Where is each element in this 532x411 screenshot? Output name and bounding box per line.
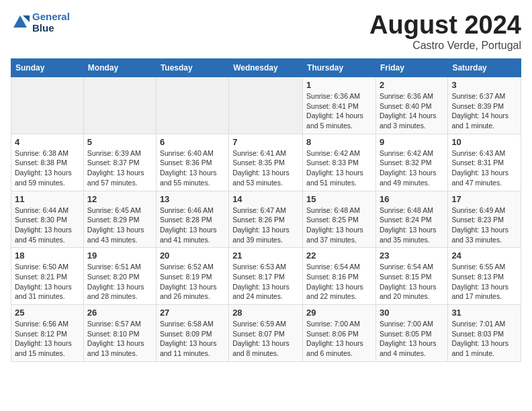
- calendar-cell: 11Sunrise: 6:44 AMSunset: 8:30 PMDayligh…: [11, 191, 84, 248]
- cell-content: Sunrise: 6:43 AMSunset: 8:31 PMDaylight:…: [451, 148, 517, 188]
- calendar-cell: [83, 77, 156, 134]
- cell-content: Sunrise: 6:36 AMSunset: 8:41 PMDaylight:…: [306, 91, 372, 131]
- day-number: 15: [306, 194, 372, 204]
- calendar-header-row: SundayMondayTuesdayWednesdayThursdayFrid…: [11, 59, 521, 77]
- cell-content: Sunrise: 6:54 AMSunset: 8:15 PMDaylight:…: [380, 262, 444, 302]
- calendar-cell: 26Sunrise: 6:57 AMSunset: 8:10 PMDayligh…: [83, 305, 156, 362]
- day-number: 14: [232, 194, 299, 204]
- calendar-cell: 4Sunrise: 6:38 AMSunset: 8:38 PMDaylight…: [11, 134, 84, 191]
- calendar-cell: 9Sunrise: 6:42 AMSunset: 8:32 PMDaylight…: [375, 134, 447, 191]
- calendar-cell: 20Sunrise: 6:52 AMSunset: 8:19 PMDayligh…: [156, 248, 228, 305]
- cell-content: Sunrise: 6:48 AMSunset: 8:24 PMDaylight:…: [380, 205, 444, 245]
- calendar-cell: 31Sunrise: 7:01 AMSunset: 8:03 PMDayligh…: [448, 305, 521, 362]
- cell-content: Sunrise: 6:45 AMSunset: 8:29 PMDaylight:…: [87, 205, 152, 245]
- day-number: 31: [451, 308, 517, 318]
- day-number: 13: [160, 194, 225, 204]
- cell-content: Sunrise: 6:55 AMSunset: 8:13 PMDaylight:…: [451, 262, 517, 302]
- day-number: 5: [87, 137, 152, 147]
- column-header-sunday: Sunday: [11, 59, 84, 77]
- logo-icon: [11, 13, 30, 32]
- column-header-wednesday: Wednesday: [229, 59, 303, 77]
- cell-content: Sunrise: 6:41 AMSunset: 8:35 PMDaylight:…: [232, 148, 299, 188]
- day-number: 18: [15, 250, 80, 261]
- day-number: 20: [160, 250, 225, 261]
- day-number: 25: [15, 308, 80, 318]
- cell-content: Sunrise: 6:49 AMSunset: 8:23 PMDaylight:…: [451, 205, 517, 245]
- calendar-cell: 2Sunrise: 6:36 AMSunset: 8:40 PMDaylight…: [375, 77, 447, 134]
- calendar-cell: 3Sunrise: 6:37 AMSunset: 8:39 PMDaylight…: [448, 77, 521, 134]
- cell-content: Sunrise: 6:48 AMSunset: 8:25 PMDaylight:…: [306, 205, 372, 245]
- day-number: 27: [160, 308, 225, 318]
- calendar-cell: 23Sunrise: 6:54 AMSunset: 8:15 PMDayligh…: [375, 248, 447, 305]
- day-number: 22: [306, 250, 372, 261]
- day-number: 26: [87, 308, 152, 318]
- day-number: 17: [451, 194, 517, 204]
- month-title: August 2024: [369, 11, 521, 40]
- cell-content: Sunrise: 6:59 AMSunset: 8:07 PMDaylight:…: [232, 319, 299, 359]
- calendar-cell: 1Sunrise: 6:36 AMSunset: 8:41 PMDaylight…: [303, 77, 376, 134]
- calendar-cell: 24Sunrise: 6:55 AMSunset: 8:13 PMDayligh…: [448, 248, 521, 305]
- calendar-cell: 25Sunrise: 6:56 AMSunset: 8:12 PMDayligh…: [11, 305, 84, 362]
- day-number: 1: [306, 80, 372, 90]
- cell-content: Sunrise: 6:53 AMSunset: 8:17 PMDaylight:…: [232, 262, 299, 302]
- week-row-5: 25Sunrise: 6:56 AMSunset: 8:12 PMDayligh…: [11, 305, 521, 362]
- week-row-2: 4Sunrise: 6:38 AMSunset: 8:38 PMDaylight…: [11, 134, 521, 191]
- day-number: 21: [232, 250, 299, 261]
- cell-content: Sunrise: 6:56 AMSunset: 8:12 PMDaylight:…: [15, 319, 80, 359]
- calendar-cell: 29Sunrise: 7:00 AMSunset: 8:06 PMDayligh…: [303, 305, 376, 362]
- cell-content: Sunrise: 6:40 AMSunset: 8:36 PMDaylight:…: [160, 148, 225, 188]
- title-block: August 2024 Castro Verde, Portugal: [369, 11, 521, 52]
- calendar-cell: 30Sunrise: 7:00 AMSunset: 8:05 PMDayligh…: [375, 305, 447, 362]
- day-number: 6: [160, 137, 225, 147]
- cell-content: Sunrise: 6:39 AMSunset: 8:37 PMDaylight:…: [87, 148, 152, 188]
- day-number: 3: [451, 80, 517, 90]
- calendar-cell: 16Sunrise: 6:48 AMSunset: 8:24 PMDayligh…: [375, 191, 447, 248]
- calendar-cell: [11, 77, 84, 134]
- week-row-1: 1Sunrise: 6:36 AMSunset: 8:41 PMDaylight…: [11, 77, 521, 134]
- calendar-cell: 18Sunrise: 6:50 AMSunset: 8:21 PMDayligh…: [11, 248, 84, 305]
- calendar-cell: 21Sunrise: 6:53 AMSunset: 8:17 PMDayligh…: [229, 248, 303, 305]
- day-number: 8: [306, 137, 372, 147]
- calendar-cell: 14Sunrise: 6:47 AMSunset: 8:26 PMDayligh…: [229, 191, 303, 248]
- calendar-cell: 5Sunrise: 6:39 AMSunset: 8:37 PMDaylight…: [83, 134, 156, 191]
- calendar-cell: 19Sunrise: 6:51 AMSunset: 8:20 PMDayligh…: [83, 248, 156, 305]
- cell-content: Sunrise: 7:01 AMSunset: 8:03 PMDaylight:…: [451, 319, 517, 359]
- calendar-cell: 22Sunrise: 6:54 AMSunset: 8:16 PMDayligh…: [303, 248, 376, 305]
- cell-content: Sunrise: 6:58 AMSunset: 8:09 PMDaylight:…: [160, 319, 225, 359]
- cell-content: Sunrise: 6:37 AMSunset: 8:39 PMDaylight:…: [451, 91, 517, 131]
- day-number: 12: [87, 194, 152, 204]
- day-number: 28: [232, 308, 299, 318]
- calendar-cell: 10Sunrise: 6:43 AMSunset: 8:31 PMDayligh…: [448, 134, 521, 191]
- day-number: 19: [87, 250, 152, 261]
- cell-content: Sunrise: 6:50 AMSunset: 8:21 PMDaylight:…: [15, 262, 80, 302]
- cell-content: Sunrise: 6:38 AMSunset: 8:38 PMDaylight:…: [15, 148, 80, 188]
- cell-content: Sunrise: 7:00 AMSunset: 8:06 PMDaylight:…: [306, 319, 372, 359]
- calendar-table: SundayMondayTuesdayWednesdayThursdayFrid…: [11, 58, 521, 362]
- day-number: 7: [232, 137, 299, 147]
- logo-text: General Blue: [32, 11, 70, 34]
- day-number: 29: [306, 308, 372, 318]
- week-row-4: 18Sunrise: 6:50 AMSunset: 8:21 PMDayligh…: [11, 248, 521, 305]
- week-row-3: 11Sunrise: 6:44 AMSunset: 8:30 PMDayligh…: [11, 191, 521, 248]
- day-number: 11: [15, 194, 80, 204]
- calendar-cell: 13Sunrise: 6:46 AMSunset: 8:28 PMDayligh…: [156, 191, 228, 248]
- calendar-cell: 17Sunrise: 6:49 AMSunset: 8:23 PMDayligh…: [448, 191, 521, 248]
- day-number: 10: [451, 137, 517, 147]
- calendar-cell: 12Sunrise: 6:45 AMSunset: 8:29 PMDayligh…: [83, 191, 156, 248]
- day-number: 4: [15, 137, 80, 147]
- column-header-thursday: Thursday: [303, 59, 376, 77]
- calendar-cell: 27Sunrise: 6:58 AMSunset: 8:09 PMDayligh…: [156, 305, 228, 362]
- cell-content: Sunrise: 6:42 AMSunset: 8:32 PMDaylight:…: [380, 148, 444, 188]
- calendar-cell: 7Sunrise: 6:41 AMSunset: 8:35 PMDaylight…: [229, 134, 303, 191]
- page-header: General Blue August 2024 Castro Verde, P…: [11, 11, 521, 52]
- cell-content: Sunrise: 6:51 AMSunset: 8:20 PMDaylight:…: [87, 262, 152, 302]
- column-header-friday: Friday: [375, 59, 447, 77]
- cell-content: Sunrise: 6:42 AMSunset: 8:33 PMDaylight:…: [306, 148, 372, 188]
- day-number: 9: [380, 137, 444, 147]
- cell-content: Sunrise: 6:36 AMSunset: 8:40 PMDaylight:…: [380, 91, 444, 131]
- day-number: 16: [380, 194, 444, 204]
- day-number: 30: [380, 308, 444, 318]
- day-number: 23: [380, 250, 444, 261]
- logo: General Blue: [11, 11, 70, 34]
- cell-content: Sunrise: 6:54 AMSunset: 8:16 PMDaylight:…: [306, 262, 372, 302]
